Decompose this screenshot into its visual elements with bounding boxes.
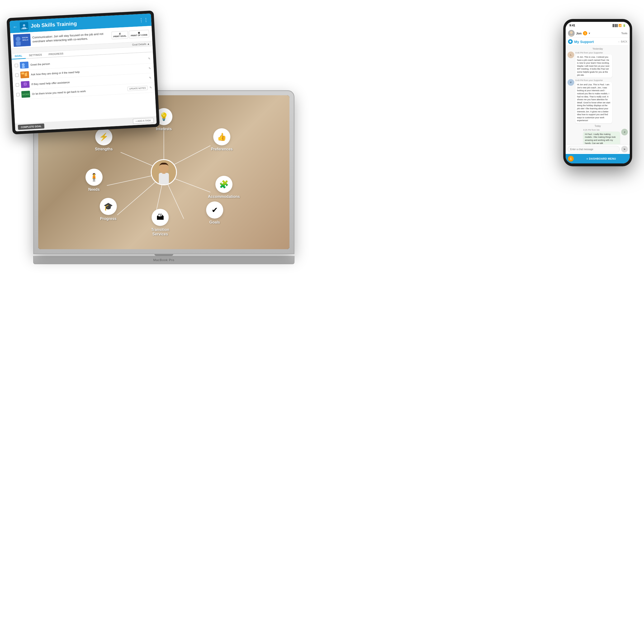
tablet-tasks-list: Greet the person ✎ Ask how they are doin…	[12, 52, 156, 123]
tablet-tab-goal[interactable]: GOAL	[11, 53, 26, 60]
svg-rect-31	[159, 173, 169, 184]
tablet-goal-thumbnail: SOCIAL SKILLS	[13, 33, 31, 47]
chat-avatar-lisa: L	[568, 52, 574, 58]
phone-chat-header: My Support ← BACK	[566, 38, 630, 46]
svg-point-34	[570, 31, 573, 34]
svg-text:SOCIAL: SOCIAL	[22, 37, 28, 38]
needs-icon-circle: 🧍	[85, 169, 103, 186]
phone-device: 9:41 ▐▐▐ 📶 🔋 Jon 1 ▾ Tools	[563, 19, 632, 166]
chat-sender-label-jon: 9:25 PM from Me	[583, 129, 620, 131]
phone-bottom-bar: 1 ≡ DASHBOARD MENU	[566, 154, 630, 163]
tablet-goal-details-label: Goal Details ▲	[132, 42, 150, 46]
strengths-icon: ⚡	[99, 132, 109, 141]
mindmap-node-accommodations[interactable]: 🧩 Accommodations	[208, 176, 240, 199]
battery-icon: 🔋	[623, 24, 626, 27]
chat-back-link[interactable]: ← BACK	[618, 40, 627, 43]
macbook-base: MacBook Pro	[33, 256, 294, 264]
chat-bubble-lisa: Hi Jon. This is Lisa. I noticed you have…	[575, 54, 612, 78]
task-edit-icon-2[interactable]: ✎	[149, 76, 152, 80]
svg-text:SKILLS: SKILLS	[22, 39, 28, 41]
task-checkbox-2[interactable]	[16, 83, 19, 87]
preferences-icon-circle: 👍	[213, 128, 230, 145]
progress-icon-circle: 🎓	[100, 198, 117, 215]
phone-status-bar: 9:41 ▐▐▐ 📶 🔋	[566, 22, 630, 29]
phone-tools-label[interactable]: Tools	[621, 32, 627, 35]
send-icon: ➤	[623, 147, 626, 151]
tablet-print-code-button[interactable]: ▦ PRINT OF CODE	[129, 30, 149, 38]
phone-notification-badge: 1	[583, 31, 587, 35]
chat-sender-label-paul: 9:49 PM from your Supporter	[575, 79, 612, 81]
task-edit-icon-1[interactable]: ✎	[148, 66, 151, 70]
task-edit-icon-0[interactable]: ✎	[148, 57, 151, 60]
chat-date-today: Today	[568, 125, 628, 127]
task-thumbnail-2	[21, 81, 30, 88]
svg-rect-13	[21, 72, 24, 75]
chat-bubble-wrap-paul: 9:49 PM from your Supporter Hi Jon and L…	[575, 79, 612, 123]
accommodations-label: Accommodations	[208, 194, 240, 199]
mindmap-center-person	[152, 160, 176, 184]
chat-message-row-lisa: L 9:46 PM from your Supporter Hi Jon. Th…	[568, 52, 628, 78]
task-thumbnail-1	[20, 71, 29, 78]
dashboard-menu-button[interactable]: ≡ DASHBOARD MENU	[575, 157, 627, 160]
tablet-screen: ← SOCIAL SKILLS Job Skills Training ⋮⋮	[9, 14, 157, 132]
task-thumbnail-0	[20, 61, 28, 69]
wifi-icon: 📶	[618, 24, 622, 27]
chat-bubble-paul: Hi Jon and Lisa. This is Paul. I am Jon'…	[575, 82, 612, 123]
phone-time: 9:41	[569, 24, 575, 27]
chat-bubble-jon: Hi Paul. I really like making models. I …	[583, 132, 620, 144]
chat-avatar-jon: J	[621, 129, 628, 135]
mindmap-center-avatar	[151, 159, 177, 185]
chat-send-button[interactable]: ➤	[621, 146, 628, 152]
task-label-3: Or let them know you need to get back to…	[32, 88, 126, 95]
chat-input-field[interactable]	[568, 146, 620, 152]
tablet-print-goal-button[interactable]: 🖨 PRINT GOAL	[111, 31, 128, 39]
transition-icon-circle: 🏔	[152, 209, 169, 226]
phone-user-name: Jon	[576, 32, 582, 35]
chat-message-row-paul: P 9:49 PM from your Supporter Hi Jon and…	[568, 79, 628, 123]
tablet-back-button[interactable]: ←	[13, 24, 18, 30]
mindmap-node-needs[interactable]: 🧍 Needs	[85, 169, 103, 192]
svg-text:WORK: WORK	[22, 93, 30, 96]
needs-icon: 🧍	[89, 173, 99, 182]
interests-label: Interests	[156, 127, 172, 131]
goals-label: Goals	[209, 220, 220, 224]
mindmap-node-strengths[interactable]: ⚡ Strengths	[95, 128, 113, 151]
chat-title-text: My Support	[574, 40, 594, 44]
task-checkbox-3[interactable]	[16, 93, 20, 96]
signal-icon: ▐▐▐	[612, 24, 617, 27]
transition-label: Transition Services	[151, 227, 169, 236]
my-support-icon-inner	[569, 41, 571, 42]
phone-user-avatar	[568, 30, 575, 37]
phone-chat-body: Yesterday L 9:46 PM from your Supporter …	[566, 46, 630, 144]
tablet-action-buttons: 🖨 PRINT GOAL ▦ PRINT OF CODE	[111, 30, 149, 39]
accommodations-icon-circle: 🧩	[215, 176, 232, 193]
svg-rect-11	[22, 66, 25, 68]
task-edit-icon-3[interactable]: ✎	[149, 86, 152, 90]
chat-bubble-wrap-jon: 9:25 PM from Me Hi Paul. I really like m…	[583, 129, 620, 144]
preferences-icon: 👍	[217, 132, 227, 141]
tablet-menu-icon[interactable]: ⋮⋮	[139, 17, 148, 23]
tablet-device: ← SOCIAL SKILLS Job Skills Training ⋮⋮	[7, 10, 160, 134]
goals-icon: ✔	[212, 205, 218, 214]
my-support-icon	[568, 39, 573, 44]
task-checkbox-0[interactable]	[15, 64, 18, 67]
mindmap-node-transition[interactable]: 🏔 Transition Services	[151, 209, 169, 236]
mindmap-node-preferences[interactable]: 👍 Preferences	[211, 128, 233, 151]
mindmap-node-goals[interactable]: ✔ Goals	[206, 201, 223, 224]
progress-icon: 🎓	[104, 202, 113, 211]
preferences-label: Preferences	[211, 147, 233, 151]
macbook-brand-label: MacBook Pro	[153, 258, 174, 262]
phone-user-header: Jon 1 ▾ Tools	[566, 29, 630, 38]
task-thumbnail-3: WORK	[21, 91, 30, 98]
mindmap-node-progress[interactable]: 🎓 Progress	[100, 198, 117, 221]
phone-dropdown-icon[interactable]: ▾	[589, 32, 590, 35]
chat-bubble-wrap-lisa: 9:46 PM from your Supporter Hi Jon. This…	[575, 52, 612, 78]
complete-goal-button[interactable]: COMPLETE GOAL	[18, 123, 44, 130]
interests-icon: 💡	[159, 112, 169, 121]
chat-message-row-jon: J 9:25 PM from Me Hi Paul. I really like…	[568, 129, 628, 144]
phone-bottom-badge: 1	[568, 156, 574, 161]
add-task-button[interactable]: + ADD A TASK	[133, 118, 154, 124]
goals-icon-circle: ✔	[206, 201, 223, 218]
tablet-update-notes-button[interactable]: UPDATE NOTES	[127, 86, 148, 91]
task-checkbox-1[interactable]	[15, 73, 19, 77]
